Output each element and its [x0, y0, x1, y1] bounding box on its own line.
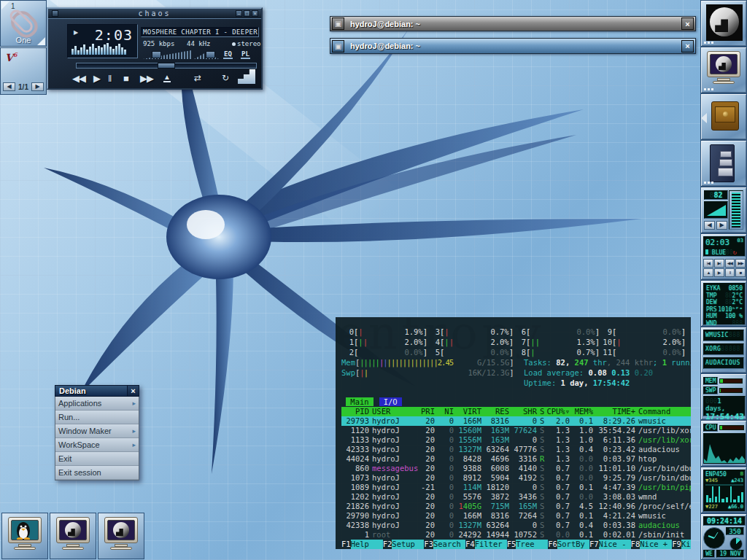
function-key[interactable]: F9Kill — [672, 540, 691, 549]
tab-main[interactable]: Main — [346, 397, 373, 406]
repeat-icon[interactable]: ↻ — [222, 73, 228, 83]
process-row[interactable]: 1202hydroJ200557638723436S0.70.03:08.03w… — [341, 492, 691, 502]
dock-clock-tile[interactable]: 09:24:14 350 WE 19 NOV — [700, 513, 747, 560]
wmusic-transport-button[interactable]: ▶ — [714, 268, 724, 277]
clip-workspace-switcher[interactable]: 1 One — [0, 0, 47, 47]
process-row[interactable]: 42333hydroJ2001327M6326447776S1.30.40:23… — [341, 445, 691, 454]
function-key[interactable]: F2Setup — [383, 540, 425, 549]
terminal-2-close-button[interactable]: × — [681, 40, 694, 52]
process-row[interactable]: 1root200242921494410752S0.00.10:02.01/sb… — [341, 530, 691, 540]
miniwindow-gnustep-2[interactable] — [98, 513, 144, 559]
seek-handle[interactable] — [158, 63, 175, 69]
function-key[interactable]: F7Nice - — [589, 540, 631, 549]
process-row[interactable]: 1120hydroJ2001560M163M77624S1.31.035:54.… — [341, 426, 691, 435]
dock-network-monitor-tile[interactable]: ENP450 B ▼345 ▲243 ▼227 ▲66.0 — [700, 467, 747, 513]
terminal-1-close-button[interactable]: × — [681, 18, 694, 30]
wmusic-transport-button[interactable]: ‖ — [725, 268, 735, 277]
menu-item[interactable]: WorkSpace ▸ — [55, 438, 139, 452]
window-icon[interactable]: ▣ — [332, 40, 344, 52]
function-key[interactable]: F5Tree — [507, 540, 549, 549]
wmusic-transport-button[interactable]: ▶▶ — [735, 259, 746, 268]
process-row[interactable]: 1133hydroJ2001556M163M0S1.31.06:11.36/us… — [341, 435, 691, 445]
dock-wmaker-tile[interactable] — [700, 0, 747, 47]
process-row[interactable]: 1073hydroJ200891259044192S0.70.09:25.79/… — [341, 473, 691, 483]
playlist-button[interactable]: PL — [241, 50, 250, 59]
wmusic-transport-button[interactable]: ◀◀ — [725, 259, 735, 268]
seek-bar[interactable] — [76, 63, 257, 69]
player-titlebar[interactable]: chaos – □ × — [48, 9, 261, 19]
play-button[interactable]: ▶ — [93, 73, 100, 84]
function-key[interactable]: F8Nice + — [631, 540, 673, 549]
process-row[interactable]: 29793hydroJ200166M83160S2.00.18:29.26wmu… — [341, 416, 691, 426]
menu-item[interactable]: Window Maker ▸ — [55, 424, 139, 438]
menu-titlebar[interactable]: Debian × — [55, 385, 139, 397]
process-row[interactable]: 44024hydroJ200842846963316R1.30.00:03.97… — [341, 454, 691, 464]
cpu-history-graph — [703, 433, 746, 464]
pause-button[interactable]: ‖ — [108, 73, 111, 84]
menu-item[interactable]: Exit ▸ — [55, 452, 139, 466]
dock-top-processes-tile[interactable]: WMUSIC888XORG88888AUDACIOUS — [700, 327, 747, 373]
clip-prev-arrow[interactable] — [1, 1, 9, 9]
terminal-window-1-titlebar[interactable]: ▣ hydroJ@debian: ~ × — [330, 16, 696, 31]
miniwindow-terminal-tux[interactable] — [1, 513, 48, 559]
equalizer-button[interactable]: EQ — [223, 50, 233, 59]
wmusic-transport-button[interactable]: ■ — [735, 268, 746, 277]
mixer-next-channel-button[interactable]: ▶ — [716, 221, 727, 230]
miniwindow-gnustep-1[interactable] — [50, 513, 96, 559]
function-key[interactable]: F6SortBy — [548, 540, 589, 549]
pager-right-button[interactable]: ▶ — [31, 82, 44, 91]
pager-dockapp[interactable]: V6 ◀ 1/1 ▶ — [0, 47, 47, 95]
function-key[interactable]: F4Filter — [465, 540, 507, 549]
running-indicator — [704, 182, 706, 184]
player-menu-button[interactable] — [52, 10, 58, 17]
window-icon[interactable]: ▣ — [332, 18, 344, 30]
dock-gnustep-terminal-tile[interactable] — [700, 47, 747, 93]
pager-count: 1/1 — [18, 83, 28, 91]
dock-weather-tile[interactable]: EYKA 0850 TMP 882°CDEW 882°CPRS 1010ʰᴾᵃH… — [700, 280, 747, 327]
previous-button[interactable]: ◀◀ — [72, 73, 85, 84]
volume-slider[interactable] — [143, 50, 191, 59]
dock-memory-monitor-tile[interactable]: MEM SWP 0001 days, 17:54:43 — [700, 373, 747, 420]
player-close-button[interactable]: × — [252, 10, 258, 17]
process-table-header[interactable]: PIDUSERPRINIVIRTRESSHRSCPU%▿MEM%TIME+Com… — [341, 407, 691, 416]
stop-button[interactable]: ■ — [123, 73, 128, 84]
process-row[interactable]: 860messagebus200938860084140S0.70.011:01… — [341, 464, 691, 473]
weather-row: HUM 100 % — [706, 313, 743, 320]
tab-io[interactable]: I/O — [379, 397, 402, 406]
dock-cpu-monitor-tile[interactable]: CPU — [700, 420, 747, 467]
dock-wmusic-tile[interactable]: 02:0303 8BLUE80↻ |◀▶|◀◀▶▶▲▶‖■ — [700, 233, 747, 280]
wmusic-transport-button[interactable]: |◀ — [703, 259, 713, 268]
process-row[interactable]: 42338hydroJ2001327M632640S0.70.40:03.38a… — [341, 521, 691, 530]
htop-terminal-window[interactable]: 0[|1.9%] 3[|0.7%] 6[0.0%] 9[0.0%] 1[||2.… — [336, 317, 691, 549]
balance-slider[interactable] — [194, 50, 219, 59]
debian-root-menu[interactable]: Debian × Applications ▸ Run... ▸ Window … — [55, 385, 139, 481]
process-row[interactable]: 21826hydroJ2001405G715M165MS0.74.512:40.… — [341, 502, 691, 511]
audio-player-window[interactable]: chaos – □ × ▶ 2:03 MOSPHERE CHAPTER I - … — [47, 7, 263, 90]
function-key[interactable]: F1Help — [341, 540, 383, 549]
mixer-vu-meter — [729, 190, 743, 230]
cpu-label: CPU — [703, 424, 718, 432]
menu-close-button[interactable]: × — [127, 386, 139, 396]
pager-left-button[interactable]: ◀ — [3, 82, 15, 91]
shuffle-icon[interactable]: ⇄ — [194, 73, 201, 83]
menu-item[interactable]: Applications ▸ — [55, 397, 139, 411]
wmusic-transport-button[interactable]: ▶| — [714, 259, 724, 268]
mixer-prev-channel-button[interactable]: ◀ — [704, 221, 715, 230]
terminal-window-2-titlebar[interactable]: ▣ hydroJ@debian: ~ × — [330, 38, 696, 54]
player-minimize-button[interactable]: – — [236, 10, 242, 17]
function-key[interactable]: F3Search — [424, 540, 465, 549]
next-button[interactable]: ▶▶ — [140, 73, 153, 84]
drawer-collapse-arrow-icon[interactable] — [701, 113, 707, 123]
menu-item[interactable]: Run... ▸ — [55, 411, 139, 424]
player-shade-button[interactable]: □ — [244, 10, 250, 17]
process-row[interactable]: 29790hydroJ200166M83167264S0.70.14:21.24… — [341, 511, 691, 521]
swap-label: SWP — [703, 386, 718, 394]
dock-mixer-tile[interactable]: 882 ◀ ▶ — [700, 187, 747, 233]
dock-drawer-tile[interactable] — [700, 93, 747, 140]
clock-date: 19 NOV — [716, 550, 744, 558]
eject-button[interactable]: ▲ — [163, 73, 171, 82]
process-row[interactable]: 1089hydroJ-210114M181200S0.70.14:47.39/u… — [341, 483, 691, 492]
menu-item[interactable]: Exit session ▸ — [55, 466, 139, 480]
wmusic-transport-button[interactable]: ▲ — [703, 268, 713, 277]
dock-file-cabinet-tile[interactable] — [700, 140, 747, 187]
